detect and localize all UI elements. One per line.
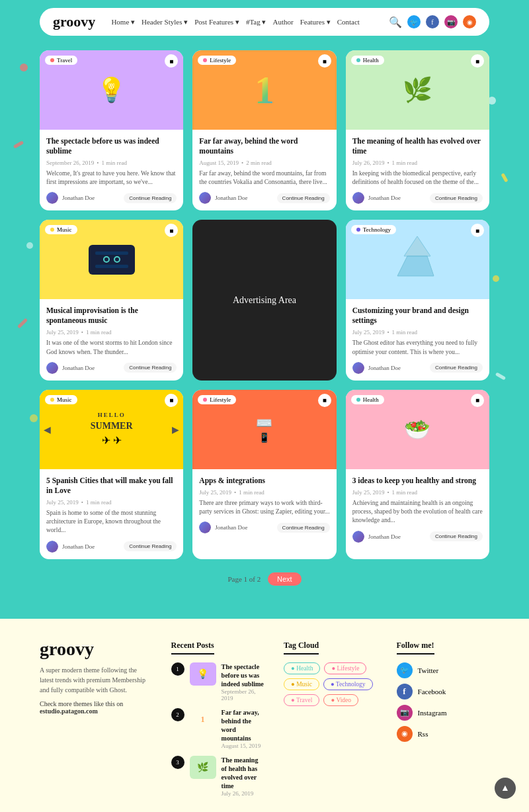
- posts-row-1: 💡 Travel ■ The spectacle before us was i…: [40, 50, 489, 210]
- card-6-excerpt: Spain is home to some of the most stunni…: [46, 509, 177, 535]
- card-7-avatar: [199, 521, 211, 533]
- card-3-tag-dot: [356, 58, 360, 62]
- card-4-tag[interactable]: Music: [45, 225, 77, 234]
- card-1-avatar: [46, 192, 58, 204]
- card-8-excerpt: Achieving and maintaining health is an o…: [352, 499, 483, 525]
- svg-marker-1: [397, 256, 434, 276]
- card-2-continue-btn[interactable]: Continue Reading: [277, 193, 330, 203]
- tag-music[interactable]: ● Music: [284, 678, 319, 690]
- card-5-continue-btn[interactable]: Continue Reading: [430, 363, 483, 373]
- card-7-excerpt: There are three primary ways to work wit…: [199, 499, 329, 517]
- nav-tag[interactable]: #Tag ▾: [246, 18, 266, 26]
- footer-logo-area: groovy A super modern theme following th…: [40, 639, 151, 803]
- card-5-footer: Jonathan Doe Continue Reading: [352, 362, 483, 374]
- card-7-author: Jonathan Doe: [215, 524, 272, 531]
- scroll-top-btn[interactable]: ▲: [495, 778, 516, 799]
- nav-header-styles[interactable]: Header Styles ▾: [142, 18, 188, 26]
- card-3-tag[interactable]: Health: [351, 56, 384, 65]
- card-2-avatar: [199, 192, 211, 204]
- site-logo[interactable]: groovy: [53, 13, 95, 30]
- card-1-footer: Jonathan Doe Continue Reading: [46, 192, 177, 204]
- twitter-nav-icon[interactable]: 🐦: [407, 15, 421, 28]
- post-card-3: 🌿 Health ■ The meaning of health has evo…: [346, 50, 489, 210]
- card-6-continue-btn[interactable]: Continue Reading: [124, 541, 177, 551]
- nav-home[interactable]: Home ▾: [111, 18, 135, 26]
- social-instagram[interactable]: 📷 Instagram: [397, 705, 489, 721]
- card-3-title: The meaning of health has evolved over t…: [352, 136, 483, 156]
- social-twitter[interactable]: 🐦 Twitter: [397, 662, 489, 678]
- tag-lifestyle[interactable]: ● Lifestyle: [324, 662, 366, 674]
- card-4-meta: July 25, 2019 • 1 min read: [46, 329, 177, 336]
- card-1-tag-dot: [50, 58, 54, 62]
- card-8-bookmark[interactable]: ■: [471, 394, 484, 407]
- card-5-tag[interactable]: Technology: [351, 225, 396, 234]
- instagram-nav-icon[interactable]: 📷: [444, 15, 458, 28]
- card-7-bookmark[interactable]: ■: [318, 394, 331, 407]
- recent-post-item-2: 2 1 Far far away, behind the word mounta…: [171, 708, 264, 749]
- card-4-continue-btn[interactable]: Continue Reading: [124, 363, 177, 373]
- card-8-continue-btn[interactable]: Continue Reading: [430, 531, 483, 541]
- tag-health[interactable]: ● Health: [284, 662, 320, 674]
- card-1-image-wrapper: 💡 Travel ■: [40, 50, 183, 130]
- card-2-tag[interactable]: Lifestyle: [198, 56, 236, 65]
- card-7-meta: July 25, 2019 • 1 min read: [199, 489, 329, 496]
- card-8-image-wrapper: 🥗 Health ■: [346, 390, 489, 469]
- card-1-continue-btn[interactable]: Continue Reading: [124, 193, 177, 203]
- recent-post-num-2: 2: [171, 708, 184, 721]
- card-7-title: Apps & integrations: [199, 476, 329, 486]
- card-1-tag[interactable]: Travel: [45, 56, 77, 65]
- tag-technology[interactable]: ● Technology: [323, 678, 373, 690]
- facebook-nav-icon[interactable]: f: [426, 15, 439, 28]
- social-rss[interactable]: ◉ Rss: [397, 726, 489, 742]
- tag-cloud-list: ● Health ● Lifestyle ● Music ● Technolog…: [284, 662, 376, 706]
- card-3-body: The meaning of health has evolved over t…: [346, 130, 489, 210]
- footer-link-anchor[interactable]: estudio.patagon.com: [40, 707, 98, 715]
- deco-bar-4: [17, 318, 28, 328]
- card-3-bookmark[interactable]: ■: [471, 54, 484, 68]
- rss-nav-icon[interactable]: ◉: [463, 15, 476, 28]
- card-6-tag-label: Music: [57, 396, 72, 403]
- card-7-continue-btn[interactable]: Continue Reading: [277, 523, 330, 533]
- deco-bar-5: [495, 372, 506, 380]
- card-3-image-wrapper: 🌿 Health ■: [346, 50, 489, 130]
- card-3-continue-btn[interactable]: Continue Reading: [430, 193, 483, 203]
- post-card-1: 💡 Travel ■ The spectacle before us was i…: [40, 50, 183, 210]
- card-8-avatar: [352, 531, 364, 543]
- card-4-image-wrapper: Music ■: [40, 220, 183, 299]
- social-facebook[interactable]: f Facebook: [397, 684, 489, 699]
- nav-bar: groovy Home ▾ Header Styles ▾ Post Featu…: [40, 8, 489, 36]
- card-1-tag-label: Travel: [57, 57, 72, 64]
- nav-contact[interactable]: Contact: [337, 18, 360, 26]
- twitter-icon: 🐦: [397, 662, 413, 678]
- card-7-tag-label: Lifestyle: [210, 396, 231, 403]
- recent-post-info-3: The meaning of health has evolved over t…: [222, 756, 264, 797]
- posts-row-3: HELLO SUMMER ✈ ✈ ◀ ▶ Music ■ 5 Spanish C…: [40, 390, 489, 559]
- card-5-author: Jonathan Doe: [368, 365, 426, 371]
- recent-post-date-3: July 26, 2019: [222, 790, 264, 797]
- recent-post-date-2: August 15, 2019: [222, 743, 264, 749]
- post-card-6: HELLO SUMMER ✈ ✈ ◀ ▶ Music ■ 5 Spanish C…: [40, 390, 183, 559]
- card-2-tag-dot: [203, 58, 207, 62]
- search-icon[interactable]: 🔍: [389, 16, 402, 28]
- card-3-excerpt: In keeping with the biomedical perspecti…: [352, 169, 483, 187]
- iceberg-svg: [391, 233, 444, 286]
- card-8-tag[interactable]: Health: [351, 395, 384, 404]
- card-2-tag-label: Lifestyle: [210, 57, 231, 64]
- deco-circle-1: [20, 64, 28, 71]
- card-7-tag[interactable]: Lifestyle: [198, 395, 236, 404]
- nav-features[interactable]: Features ▾: [300, 18, 331, 26]
- card-8-body: 3 ideas to keep you healthy and strong J…: [346, 469, 489, 549]
- tag-video[interactable]: ● Video: [323, 694, 358, 706]
- card-2-bookmark[interactable]: ■: [318, 54, 331, 68]
- next-page-btn[interactable]: Next: [268, 572, 302, 586]
- nav-post-features[interactable]: Post Features ▾: [194, 18, 239, 26]
- card-6-image-wrapper: HELLO SUMMER ✈ ✈ ◀ ▶ Music ■: [40, 390, 183, 469]
- nav-author[interactable]: Author: [273, 18, 294, 26]
- card-6-tag[interactable]: Music: [45, 395, 77, 404]
- footer-more-link: Check more themes like this on estudio.p…: [40, 700, 151, 715]
- instagram-label: Instagram: [418, 709, 447, 717]
- tag-travel[interactable]: ● Travel: [284, 694, 319, 706]
- recent-post-item-3: 3 🌿 The meaning of health has evolved ov…: [171, 756, 264, 797]
- card-1-excerpt: Welcome, It's great to have you here. We…: [46, 169, 177, 187]
- card-1-body: The spectacle before us was indeed subli…: [40, 130, 183, 210]
